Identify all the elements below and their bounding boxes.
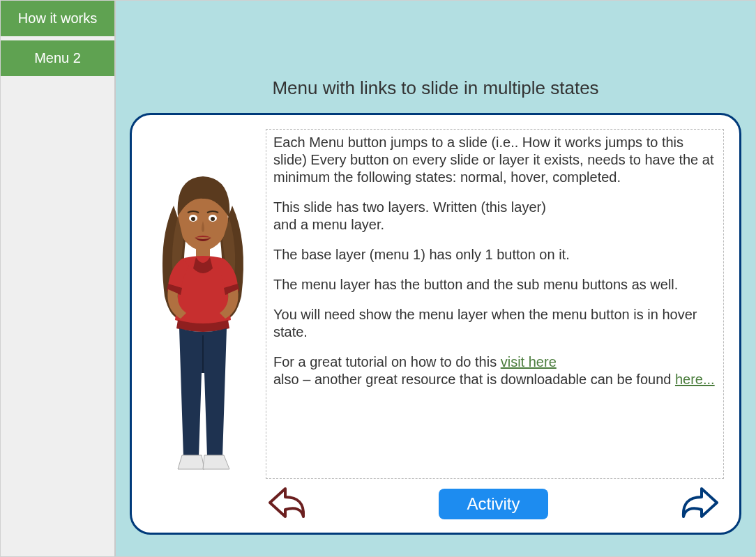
paragraph: This slide has two layers. Written (this… — [273, 199, 716, 216]
paragraph: You will need show the menu layer when t… — [273, 306, 716, 341]
paragraph: Each Menu button jumps to a slide (i.e..… — [273, 134, 716, 186]
sidebar-item-how-it-works[interactable]: How it works — [1, 1, 114, 36]
svg-point-4 — [211, 217, 215, 221]
avatar — [147, 129, 259, 484]
next-button[interactable] — [679, 484, 721, 523]
svg-point-3 — [191, 217, 195, 221]
paragraph: and a menu layer. — [273, 216, 716, 234]
instructions-text-box[interactable]: Each Menu button jumps to a slide (i.e..… — [266, 129, 724, 479]
footer-nav: Activity — [147, 484, 724, 526]
page-title: Menu with links to slide in multiple sta… — [116, 77, 755, 99]
arrow-left-icon — [266, 484, 308, 523]
content-panel: Each Menu button jumps to a slide (i.e..… — [130, 113, 741, 535]
resource-link[interactable]: here... — [675, 372, 715, 387]
paragraph: also – another great resource that is do… — [273, 371, 716, 388]
main-area: Menu with links to slide in multiple sta… — [116, 1, 755, 556]
arrow-right-icon — [679, 484, 721, 523]
back-button[interactable] — [266, 484, 308, 523]
activity-button[interactable]: Activity — [439, 489, 547, 519]
paragraph: The base layer (menu 1) has only 1 butto… — [273, 246, 716, 264]
sidebar-item-menu-2[interactable]: Menu 2 — [1, 40, 114, 76]
paragraph: The menu layer has the button and the su… — [273, 276, 716, 293]
panel-body: Each Menu button jumps to a slide (i.e..… — [147, 129, 724, 484]
sidebar-item-label: Menu 2 — [34, 50, 81, 66]
text-fragment: also – another great resource that is do… — [273, 372, 675, 387]
woman-avatar-icon — [147, 164, 259, 484]
paragraph: For a great tutorial on how to do this v… — [273, 353, 716, 371]
sidebar-item-label: How it works — [18, 10, 97, 26]
text-fragment: For a great tutorial on how to do this — [273, 354, 501, 369]
tutorial-link[interactable]: visit here — [501, 354, 557, 369]
sidebar: How it works Menu 2 — [1, 1, 116, 556]
app-root: How it works Menu 2 Menu with links to s… — [1, 1, 755, 556]
